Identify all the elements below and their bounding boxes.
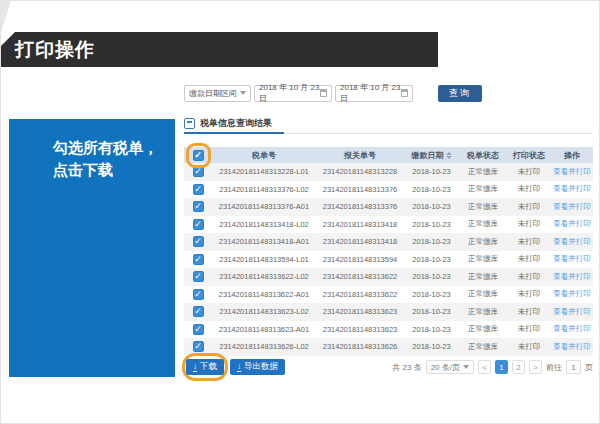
date-to-input[interactable]: 2018 年 10 月 23 日 [335, 85, 413, 102]
col-header-decl-no[interactable]: 报关单号 [316, 150, 404, 161]
sort-icon[interactable] [446, 152, 452, 159]
cell-tax-no: 231420181148313623-A01 [212, 325, 316, 334]
row-checkbox[interactable]: ✓ [193, 306, 204, 317]
cell-print-status: 未打印 [507, 289, 551, 299]
table-row: ✓ 231420181148313418-L02 231420181148313… [184, 216, 593, 234]
row-checkbox[interactable]: ✓ [193, 219, 204, 230]
row-checkbox[interactable]: ✓ [193, 236, 204, 247]
row-checkbox[interactable]: ✓ [193, 341, 204, 352]
goto-suffix: 页 [585, 362, 593, 373]
goto-page-input[interactable]: 1 [566, 360, 581, 374]
cell-tax-no: 231420181148313418-A01 [212, 237, 316, 246]
row-checkbox[interactable]: ✓ [193, 324, 204, 335]
table-row: ✓ 231420181148313228-L01 231420181148313… [184, 163, 593, 181]
calendar-icon [401, 89, 408, 97]
cell-decl-no: 231420181148313228 [316, 167, 404, 176]
next-page-button[interactable]: > [529, 360, 542, 374]
cell-print-status: 未打印 [507, 272, 551, 282]
row-checkbox[interactable]: ✓ [193, 184, 204, 195]
row-checkbox[interactable]: ✓ [193, 201, 204, 212]
cell-decl-no: 231420181148313418 [316, 220, 404, 229]
view-print-link[interactable]: 查看并打印 [553, 184, 591, 193]
date-from-input[interactable]: 2018 年 10 月 23 日 [254, 85, 332, 102]
view-print-link[interactable]: 查看并打印 [553, 254, 591, 263]
view-print-link[interactable]: 查看并打印 [553, 202, 591, 211]
callout-line2: 点击下载 [53, 159, 165, 181]
cell-print-status: 未打印 [507, 202, 551, 212]
pagination: 共 23 条 20 条/页 < 1 2 > 前往 1 页 [184, 359, 593, 375]
cell-print-status: 未打印 [507, 324, 551, 334]
cell-print-status: 未打印 [507, 342, 551, 352]
printer-icon [184, 118, 195, 129]
view-print-link[interactable]: 查看并打印 [553, 342, 591, 351]
col-header-status[interactable]: 税单状态 [459, 150, 507, 161]
page-title: 打印操作 [1, 32, 438, 67]
section-header: 税单信息查询结果 [184, 114, 593, 133]
cell-decl-no: 231420181148313622 [316, 272, 404, 281]
table-row: ✓ 231420181148313418-A01 231420181148313… [184, 233, 593, 251]
view-print-link[interactable]: 查看并打印 [553, 272, 591, 281]
view-print-link[interactable]: 查看并打印 [553, 237, 591, 246]
date-to-value: 2018 年 10 月 23 日 [340, 82, 401, 104]
cell-print-status: 未打印 [507, 254, 551, 264]
table-row: ✓ 231420181148313376-A01 231420181148313… [184, 198, 593, 216]
prev-page-button[interactable]: < [478, 360, 491, 374]
page-size-select[interactable]: 20 条/页 [426, 360, 474, 374]
section-active-underline [184, 132, 284, 134]
cell-pay-date: 2018-10-23 [404, 307, 459, 316]
cell-tax-no: 231420181148313626-L02 [212, 342, 316, 351]
tax-bill-table: ✓ 税单号 报关单号 缴款日期 税单状态 打印状态 操作 ✓ 231420181… [184, 147, 593, 356]
row-checkbox[interactable]: ✓ [193, 166, 204, 177]
col-header-tax-no[interactable]: 税单号 [212, 150, 316, 161]
date-type-select[interactable]: 缴款日期区间 [184, 85, 251, 102]
select-all-checkbox[interactable]: ✓ [193, 150, 204, 161]
cell-decl-no: 231420181148313418 [316, 237, 404, 246]
cell-pay-date: 2018-10-23 [404, 202, 459, 211]
chevron-down-icon [463, 365, 469, 369]
page-button-2[interactable]: 2 [512, 360, 525, 374]
cell-print-status: 未打印 [507, 219, 551, 229]
view-print-link[interactable]: 查看并打印 [553, 167, 591, 176]
table-row: ✓ 231420181148313594-L01 231420181148313… [184, 251, 593, 269]
cell-pay-date: 2018-10-23 [404, 255, 459, 264]
cell-tax-no: 231420181148313376-L02 [212, 185, 316, 194]
cell-status: 正常缴库 [459, 219, 507, 229]
cell-tax-no: 231420181148313376-A01 [212, 202, 316, 211]
view-print-link[interactable]: 查看并打印 [553, 324, 591, 333]
cell-decl-no: 231420181148313594 [316, 255, 404, 264]
table-header-row: ✓ 税单号 报关单号 缴款日期 税单状态 打印状态 操作 [184, 147, 593, 163]
cell-status: 正常缴库 [459, 202, 507, 212]
row-checkbox[interactable]: ✓ [193, 289, 204, 300]
cell-tax-no: 231420181148313623-L02 [212, 307, 316, 316]
cell-decl-no: 231420181148313622 [316, 290, 404, 299]
cell-decl-no: 231420181148313626 [316, 342, 404, 351]
cell-pay-date: 2018-10-23 [404, 290, 459, 299]
goto-label: 前往 [546, 362, 562, 373]
cell-status: 正常缴库 [459, 167, 507, 177]
cell-status: 正常缴库 [459, 289, 507, 299]
cell-status: 正常缴库 [459, 307, 507, 317]
cell-decl-no: 231420181148313376 [316, 202, 404, 211]
cell-tax-no: 231420181148313418-L02 [212, 220, 316, 229]
query-button[interactable]: 查询 [438, 85, 482, 102]
row-checkbox[interactable]: ✓ [193, 254, 204, 265]
table-row: ✓ 231420181148313376-L02 231420181148313… [184, 181, 593, 199]
view-print-link[interactable]: 查看并打印 [553, 219, 591, 228]
cell-tax-no: 231420181148313228-L01 [212, 167, 316, 176]
col-header-pay-date[interactable]: 缴款日期 [404, 150, 459, 161]
row-checkbox[interactable]: ✓ [193, 271, 204, 282]
cell-status: 正常缴库 [459, 342, 507, 352]
cell-status: 正常缴库 [459, 184, 507, 194]
instruction-callout: 勾选所有税单， 点击下载 [9, 119, 175, 377]
cell-pay-date: 2018-10-23 [404, 237, 459, 246]
cell-status: 正常缴库 [459, 254, 507, 264]
table-row: ✓ 231420181148313623-A01 231420181148313… [184, 321, 593, 339]
view-print-link[interactable]: 查看并打印 [553, 307, 591, 316]
view-print-link[interactable]: 查看并打印 [553, 289, 591, 298]
page-button-1[interactable]: 1 [495, 360, 508, 374]
cell-pay-date: 2018-10-23 [404, 342, 459, 351]
table-row: ✓ 231420181148313623-L02 231420181148313… [184, 303, 593, 321]
cell-tax-no: 231420181148313622-A01 [212, 290, 316, 299]
cell-decl-no: 231420181148313623 [316, 325, 404, 334]
col-header-print-status[interactable]: 打印状态 [507, 150, 551, 161]
